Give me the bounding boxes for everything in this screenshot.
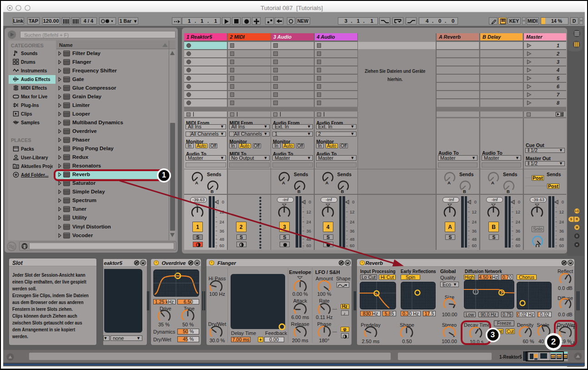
svg-text:S: S <box>570 218 573 221</box>
svg-text:R: R <box>576 218 578 221</box>
svg-text:I-O: I-O <box>575 209 579 213</box>
svg-text:M: M <box>576 226 578 229</box>
svg-text:D: D <box>576 234 578 238</box>
svg-text:✕: ✕ <box>576 243 578 246</box>
svg-text:2: 2 <box>500 291 503 295</box>
